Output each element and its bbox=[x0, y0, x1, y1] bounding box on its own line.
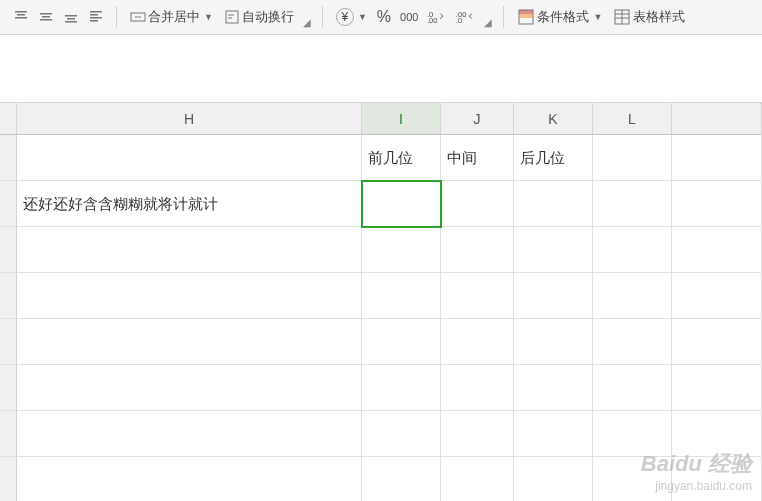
cell[interactable] bbox=[441, 365, 514, 411]
column-header-L[interactable]: L bbox=[593, 103, 672, 135]
number-group: ¥ ▼ % 000 .0.00 .00.0 ◢ bbox=[328, 2, 499, 32]
increase-decimal-button[interactable]: .0.00 bbox=[424, 5, 450, 29]
align-middle-icon[interactable] bbox=[35, 5, 57, 29]
dialog-launcher-icon[interactable]: ◢ bbox=[482, 15, 494, 30]
comma-button[interactable]: 000 bbox=[397, 5, 421, 29]
cell-I1[interactable]: 前几位 bbox=[362, 135, 441, 181]
cell[interactable] bbox=[362, 411, 441, 457]
conditional-format-label: 条件格式 bbox=[537, 8, 589, 26]
cell[interactable] bbox=[17, 227, 362, 273]
column-header-K[interactable]: K bbox=[514, 103, 593, 135]
cell[interactable] bbox=[441, 319, 514, 365]
cell[interactable] bbox=[17, 411, 362, 457]
row-header[interactable] bbox=[0, 365, 17, 411]
cell[interactable] bbox=[593, 273, 672, 319]
cell[interactable] bbox=[672, 319, 762, 365]
cell-M2[interactable] bbox=[672, 181, 762, 227]
cell[interactable] bbox=[593, 319, 672, 365]
svg-rect-5 bbox=[40, 19, 52, 21]
cell[interactable] bbox=[514, 365, 593, 411]
cell[interactable] bbox=[441, 457, 514, 501]
svg-rect-6 bbox=[65, 15, 77, 17]
svg-text:.0: .0 bbox=[456, 16, 462, 25]
cell[interactable] bbox=[672, 227, 762, 273]
cell-K2[interactable] bbox=[514, 181, 593, 227]
cell-J1[interactable]: 中间 bbox=[441, 135, 514, 181]
cell[interactable] bbox=[514, 227, 593, 273]
orientation-icon[interactable] bbox=[85, 5, 107, 29]
dialog-launcher-icon[interactable]: ◢ bbox=[301, 15, 313, 30]
column-header-I[interactable]: I bbox=[362, 103, 441, 135]
wrap-text-button[interactable]: 自动换行 bbox=[220, 5, 298, 29]
cell-K1[interactable]: 后几位 bbox=[514, 135, 593, 181]
cell[interactable] bbox=[672, 273, 762, 319]
svg-rect-15 bbox=[226, 11, 238, 23]
table-style-button[interactable]: 表格样式 bbox=[609, 5, 689, 29]
conditional-format-button[interactable]: 条件格式 ▼ bbox=[513, 5, 606, 29]
svg-rect-11 bbox=[90, 17, 102, 19]
dropdown-arrow-icon: ▼ bbox=[204, 12, 213, 22]
separator bbox=[116, 6, 117, 28]
cell-J2[interactable] bbox=[441, 181, 514, 227]
column-header-next[interactable] bbox=[672, 103, 762, 135]
cell[interactable] bbox=[593, 457, 672, 501]
column-header-J[interactable]: J bbox=[441, 103, 514, 135]
cell[interactable] bbox=[514, 457, 593, 501]
cell[interactable] bbox=[362, 273, 441, 319]
cell[interactable] bbox=[514, 411, 593, 457]
cell[interactable] bbox=[441, 411, 514, 457]
row-header[interactable] bbox=[0, 411, 17, 457]
row-header[interactable] bbox=[0, 227, 17, 273]
cell[interactable] bbox=[514, 273, 593, 319]
cell[interactable] bbox=[441, 227, 514, 273]
decrease-decimal-button[interactable]: .00.0 bbox=[453, 5, 479, 29]
cell[interactable] bbox=[362, 227, 441, 273]
svg-rect-9 bbox=[90, 11, 102, 13]
cell-I2-selected[interactable] bbox=[362, 181, 441, 227]
table-style-label: 表格样式 bbox=[633, 8, 685, 26]
row-header[interactable] bbox=[0, 135, 17, 181]
merge-center-label: 合并居中 bbox=[148, 8, 200, 26]
cell[interactable] bbox=[672, 457, 762, 501]
svg-rect-8 bbox=[65, 21, 77, 23]
cell[interactable] bbox=[514, 319, 593, 365]
formula-bar-area[interactable] bbox=[0, 35, 762, 103]
cell[interactable] bbox=[17, 319, 362, 365]
cell[interactable] bbox=[593, 411, 672, 457]
svg-rect-10 bbox=[90, 14, 98, 16]
dropdown-arrow-icon: ▼ bbox=[593, 12, 602, 22]
cell-H2[interactable]: 还好还好含含糊糊就将计就计 bbox=[17, 181, 362, 227]
align-bottom-icon[interactable] bbox=[60, 5, 82, 29]
cell-L1[interactable] bbox=[593, 135, 672, 181]
percent-icon: % bbox=[377, 8, 391, 26]
cell-M1[interactable] bbox=[672, 135, 762, 181]
cell[interactable] bbox=[17, 457, 362, 501]
percent-button[interactable]: % bbox=[374, 5, 394, 29]
cell-H1[interactable] bbox=[17, 135, 362, 181]
cell[interactable] bbox=[17, 365, 362, 411]
dropdown-arrow-icon: ▼ bbox=[358, 12, 367, 22]
cell-L2[interactable] bbox=[593, 181, 672, 227]
cell[interactable] bbox=[672, 365, 762, 411]
cell[interactable] bbox=[672, 411, 762, 457]
cell[interactable] bbox=[17, 273, 362, 319]
merge-center-button[interactable]: 合并居中 ▼ bbox=[126, 5, 217, 29]
cell[interactable] bbox=[593, 365, 672, 411]
styles-group: 条件格式 ▼ 表格样式 bbox=[509, 2, 693, 32]
row-header[interactable] bbox=[0, 457, 17, 501]
cell[interactable] bbox=[362, 457, 441, 501]
svg-text:.00: .00 bbox=[427, 16, 437, 25]
row-header[interactable] bbox=[0, 319, 17, 365]
cell[interactable] bbox=[593, 227, 672, 273]
column-header-H[interactable]: H bbox=[17, 103, 362, 135]
alignment-group bbox=[6, 2, 111, 32]
ribbon-toolbar: 合并居中 ▼ 自动换行 ◢ ¥ ▼ % 000 .0.00 .00.0 ◢ bbox=[0, 0, 762, 35]
cell[interactable] bbox=[441, 273, 514, 319]
row-header[interactable] bbox=[0, 181, 17, 227]
row-header[interactable] bbox=[0, 273, 17, 319]
align-top-icon[interactable] bbox=[10, 5, 32, 29]
cell[interactable] bbox=[362, 319, 441, 365]
cell[interactable] bbox=[362, 365, 441, 411]
currency-button[interactable]: ¥ ▼ bbox=[332, 5, 371, 29]
select-all-corner[interactable] bbox=[0, 103, 17, 135]
